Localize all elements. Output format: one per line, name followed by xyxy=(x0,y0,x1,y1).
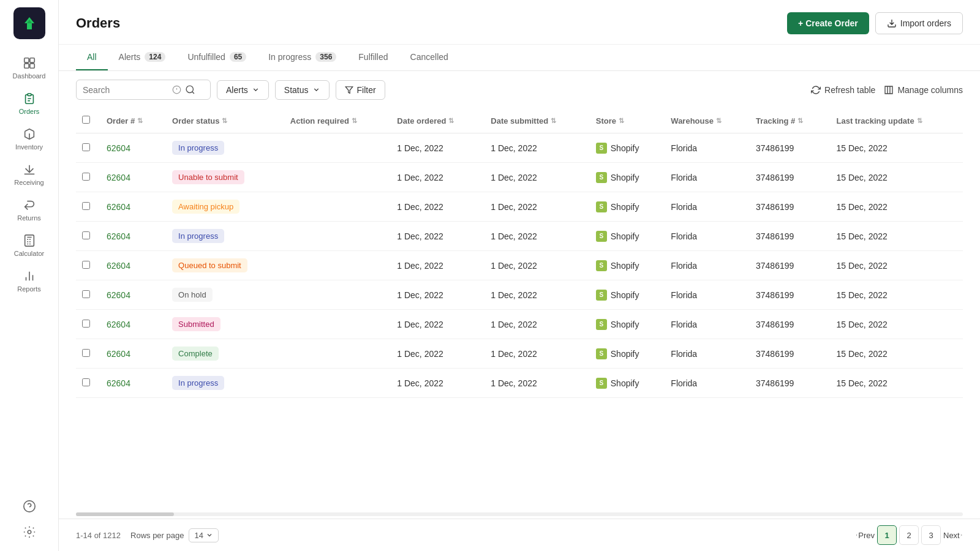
row-checkbox[interactable] xyxy=(82,202,90,210)
order-link[interactable]: 62604 xyxy=(107,143,130,153)
page-2-button[interactable]: 2 xyxy=(899,525,919,545)
row-checkbox[interactable] xyxy=(82,173,90,181)
table-row: 62604 In progress 1 Dec, 2022 1 Dec, 202… xyxy=(76,133,963,163)
next-button[interactable]: Next xyxy=(943,525,963,545)
page-title: Orders xyxy=(76,15,120,31)
row-checkbox[interactable] xyxy=(82,349,90,357)
row-checkbox[interactable] xyxy=(82,231,90,239)
tab-alerts[interactable]: Alerts 124 xyxy=(108,45,177,70)
sidebar-item-orders[interactable]: Orders xyxy=(6,87,53,120)
row-checkbox[interactable] xyxy=(82,143,90,151)
header-actions: + Create Order Import orders xyxy=(787,12,963,34)
col-tracking-num[interactable]: Tracking # ⇅ xyxy=(750,108,831,133)
inventory-icon xyxy=(23,127,36,141)
row-last-update: 15 Dec, 2022 xyxy=(831,369,963,398)
store-icon: S xyxy=(596,319,607,330)
row-store: S Shopify xyxy=(590,369,665,398)
calculator-icon xyxy=(23,234,36,247)
row-checkbox[interactable] xyxy=(82,378,90,386)
svg-marker-10 xyxy=(345,86,353,93)
row-checkbox[interactable] xyxy=(82,290,90,298)
import-orders-button[interactable]: Import orders xyxy=(875,12,963,34)
sidebar-item-returns[interactable]: Returns xyxy=(6,193,53,227)
status-filter-button[interactable]: Status xyxy=(275,80,330,100)
store-name: Shopify xyxy=(611,349,639,359)
scrollbar-thumb[interactable] xyxy=(76,512,174,516)
col-last-tracking-update[interactable]: Last tracking update ⇅ xyxy=(831,108,963,133)
col-order-status[interactable]: Order status ⇅ xyxy=(166,108,284,133)
sidebar-item-help[interactable] xyxy=(6,495,53,518)
row-checkbox-cell xyxy=(76,369,100,398)
page-1-button[interactable]: 1 xyxy=(877,525,897,545)
row-action-required xyxy=(284,222,391,251)
col-action-required[interactable]: Action required ⇅ xyxy=(284,108,391,133)
order-link[interactable]: 62604 xyxy=(107,378,130,388)
row-store: S Shopify xyxy=(590,163,665,192)
search-box[interactable] xyxy=(76,80,211,100)
order-link[interactable]: 62604 xyxy=(107,202,130,212)
filter-button[interactable]: Filter xyxy=(336,80,385,100)
refresh-table-button[interactable]: Refresh table xyxy=(811,85,875,95)
order-link[interactable]: 62604 xyxy=(107,349,130,359)
row-action-required xyxy=(284,251,391,280)
last-update-sort-icon: ⇅ xyxy=(917,117,922,125)
row-store: S Shopify xyxy=(590,192,665,222)
row-tracking-num: 37486199 xyxy=(750,133,831,163)
tracking-sort-icon: ⇅ xyxy=(797,117,803,125)
row-date-ordered: 1 Dec, 2022 xyxy=(391,192,484,222)
sidebar-item-inventory[interactable]: Inventory xyxy=(6,122,53,156)
tab-fulfilled[interactable]: Fulfilled xyxy=(347,45,399,70)
refresh-label: Refresh table xyxy=(824,85,875,95)
col-date-submitted[interactable]: Date submitted ⇅ xyxy=(484,108,590,133)
sidebar-item-receiving[interactable]: Receiving xyxy=(6,158,53,191)
order-link[interactable]: 62604 xyxy=(107,173,130,182)
tab-in-progress[interactable]: In progress 356 xyxy=(257,45,347,70)
row-action-required xyxy=(284,310,391,339)
col-order-num[interactable]: Order # ⇅ xyxy=(100,108,166,133)
row-checkbox[interactable] xyxy=(82,261,90,269)
prev-button[interactable]: Prev xyxy=(855,525,875,545)
col-date-ordered[interactable]: Date ordered ⇅ xyxy=(391,108,484,133)
order-link[interactable]: 62604 xyxy=(107,261,130,271)
sidebar-item-calculator[interactable]: Calculator xyxy=(6,229,53,262)
table-row: 62604 In progress 1 Dec, 2022 1 Dec, 202… xyxy=(76,369,963,398)
select-all-checkbox[interactable] xyxy=(82,116,90,124)
help-icon xyxy=(23,500,36,513)
row-checkbox-cell xyxy=(76,222,100,251)
page-3-button[interactable]: 3 xyxy=(921,525,941,545)
create-order-button[interactable]: + Create Order xyxy=(787,12,869,34)
row-warehouse: Florida xyxy=(665,192,750,222)
order-link[interactable]: 62604 xyxy=(107,231,130,241)
tab-in-progress-badge: 356 xyxy=(315,52,336,62)
sidebar-item-settings[interactable] xyxy=(6,520,53,544)
row-checkbox[interactable] xyxy=(82,320,90,328)
order-link[interactable]: 62604 xyxy=(107,320,130,329)
col-store[interactable]: Store ⇅ xyxy=(590,108,665,133)
svg-point-7 xyxy=(28,530,31,534)
status-badge: Submitted xyxy=(172,317,221,331)
table-row: 62604 Submitted 1 Dec, 2022 1 Dec, 2022 … xyxy=(76,310,963,339)
rows-per-page-select[interactable]: 14 xyxy=(189,528,218,542)
sidebar-item-reports[interactable]: Reports xyxy=(6,264,53,298)
row-date-submitted: 1 Dec, 2022 xyxy=(484,192,590,222)
row-warehouse: Florida xyxy=(665,369,750,398)
row-action-required xyxy=(284,192,391,222)
order-link[interactable]: 62604 xyxy=(107,290,130,300)
col-warehouse[interactable]: Warehouse ⇅ xyxy=(665,108,750,133)
sidebar-item-dashboard[interactable]: Dashboard xyxy=(6,51,53,84)
table-row: 62604 Awaiting pickup 1 Dec, 2022 1 Dec,… xyxy=(76,192,963,222)
search-input[interactable] xyxy=(83,85,168,95)
tab-all[interactable]: All xyxy=(76,45,108,70)
row-last-update: 15 Dec, 2022 xyxy=(831,339,963,369)
manage-columns-button[interactable]: Manage columns xyxy=(884,85,963,95)
store-name: Shopify xyxy=(611,290,639,300)
tab-cancelled[interactable]: Cancelled xyxy=(399,45,459,70)
store-name: Shopify xyxy=(611,261,639,271)
sidebar-item-inventory-label: Inventory xyxy=(15,143,43,151)
row-last-update: 15 Dec, 2022 xyxy=(831,222,963,251)
row-date-ordered: 1 Dec, 2022 xyxy=(391,310,484,339)
row-date-submitted: 1 Dec, 2022 xyxy=(484,133,590,163)
warehouse-sort-icon: ⇅ xyxy=(716,117,722,125)
tab-unfulfilled[interactable]: Unfulfilled 65 xyxy=(176,45,257,70)
alerts-filter-button[interactable]: Alerts xyxy=(217,80,269,100)
